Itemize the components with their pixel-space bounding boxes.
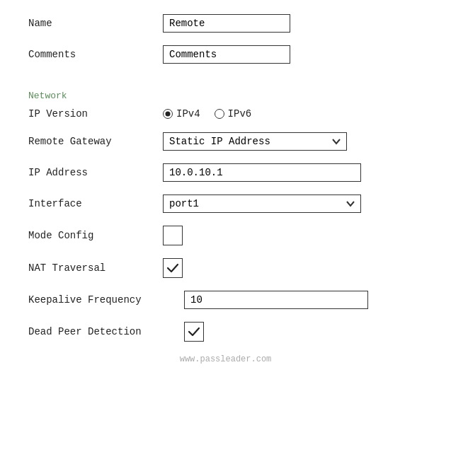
remote-gateway-select-wrapper: Static IP Address Dynamic DNS Dialup Use…	[163, 132, 347, 151]
keepalive-input[interactable]	[184, 291, 368, 309]
name-input[interactable]	[163, 14, 290, 33]
ip-version-row: IP Version IPv4 IPv6	[21, 108, 430, 120]
interface-label: Interface	[21, 198, 163, 209]
keepalive-label: Keepalive Frequency	[21, 294, 184, 306]
ip-version-group: IPv4 IPv6	[163, 108, 251, 120]
ipv4-option[interactable]: IPv4	[163, 108, 200, 120]
mode-config-label: Mode Config	[21, 230, 163, 241]
dead-peer-label: Dead Peer Detection	[21, 326, 184, 337]
ipv6-option[interactable]: IPv6	[215, 108, 252, 120]
ip-version-label: IP Version	[21, 108, 163, 120]
interface-select[interactable]: port1 port2 any	[163, 195, 361, 213]
dead-peer-row: Dead Peer Detection	[21, 322, 430, 342]
ipv6-label: IPv6	[228, 108, 252, 120]
dead-peer-checkbox[interactable]	[184, 322, 204, 342]
ip-address-row: IP Address	[21, 163, 430, 182]
remote-gateway-label: Remote Gateway	[21, 136, 163, 147]
ipv4-radio[interactable]	[163, 109, 173, 119]
remote-gateway-select[interactable]: Static IP Address Dynamic DNS Dialup Use…	[163, 132, 347, 151]
nat-traversal-checkbox[interactable]	[163, 258, 183, 278]
ipv6-radio[interactable]	[215, 109, 224, 119]
ip-address-input[interactable]	[163, 163, 361, 182]
comments-label: Comments	[21, 49, 163, 60]
remote-gateway-row: Remote Gateway Static IP Address Dynamic…	[21, 132, 430, 151]
network-section-title: Network	[21, 91, 430, 101]
watermark: www.passleader.com	[21, 354, 430, 364]
comments-input[interactable]	[163, 45, 290, 64]
interface-row: Interface port1 port2 any	[21, 195, 430, 213]
comments-row: Comments	[21, 45, 430, 64]
dead-peer-checkmark-icon	[188, 325, 200, 338]
ipv4-label: IPv4	[176, 108, 200, 120]
nat-traversal-checkmark-icon	[166, 262, 179, 274]
mode-config-checkbox[interactable]	[163, 226, 183, 245]
name-label: Name	[21, 18, 163, 29]
mode-config-row: Mode Config	[21, 226, 430, 245]
ip-address-label: IP Address	[21, 167, 163, 178]
nat-traversal-label: NAT Traversal	[21, 262, 163, 274]
nat-traversal-row: NAT Traversal	[21, 258, 430, 278]
keepalive-row: Keepalive Frequency	[21, 291, 430, 309]
name-row: Name	[21, 14, 430, 33]
interface-select-wrapper: port1 port2 any	[163, 195, 361, 213]
